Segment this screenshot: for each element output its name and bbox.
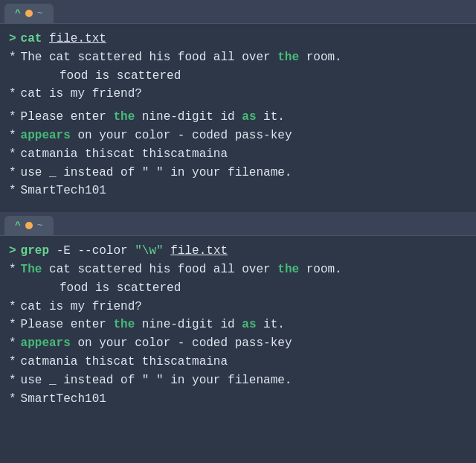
bullet-7: * [9, 182, 16, 200]
prompt-line-2: > grep -E --color "\w" file.txt [9, 242, 467, 261]
bullet-5: * [9, 145, 16, 164]
bullet2-3: * [9, 316, 16, 334]
output2-row-3: * Please enter the nine-digit id as it. [9, 316, 467, 334]
terminal-content-1: > cat file.txt * The cat scattered his f… [0, 24, 476, 203]
terminal-block-1: ^ ~ > cat file.txt * The cat scattered h… [0, 0, 476, 212]
bullet2-7: * [9, 390, 16, 409]
output-text-3: Please enter the nine-digit id as it. [21, 108, 285, 127]
output2-text-7: SmartTech101 [21, 390, 106, 409]
output2-text-4: appears on your color - coded pass-key [21, 334, 292, 353]
bullet-1: * [9, 48, 16, 67]
tab-1[interactable]: ^ ~ [4, 4, 54, 23]
output2-row-7: * SmartTech101 [9, 390, 467, 409]
tab-2[interactable]: ^ ~ [4, 216, 54, 235]
cmd-pattern: "\w" [135, 242, 163, 261]
terminal-block-2: ^ ~ > grep -E --color "\w" file.txt * Th… [0, 212, 476, 420]
highlight-the-4: the [277, 263, 299, 276]
cmd-filename-1: file.txt [49, 30, 106, 48]
output2-row-6: * use _ instead of " " in your filename. [9, 371, 467, 390]
output2-row-1: * The cat scattered his food all over th… [9, 261, 467, 279]
highlight-the-1: the [277, 51, 299, 64]
output-row-6: * use _ instead of " " in your filename. [9, 164, 467, 182]
output-row-1: * The cat scattered his food all over th… [9, 48, 467, 67]
output2-row-4: * appears on your color - coded pass-key [9, 334, 467, 353]
tab-circle-icon [25, 10, 33, 17]
output-text-1: The cat scattered his food all over the … [21, 48, 342, 67]
output-row-4: * appears on your color - coded pass-key [9, 127, 467, 145]
output-row-3: * Please enter the nine-digit id as it. [9, 108, 467, 127]
indent-line-2: food is scattered [9, 279, 467, 298]
output-row-2: * cat is my friend? [9, 85, 467, 103]
bullet-3: * [9, 108, 16, 127]
output2-text-2: cat is my friend? [21, 298, 142, 316]
highlight-as-1: as [242, 110, 256, 124]
output2-row-2: * cat is my friend? [9, 298, 467, 316]
output2-row-5: * catmania thiscat thiscatmaina [9, 353, 467, 371]
bullet2-5: * [9, 353, 16, 371]
highlight-appears-1: appears [21, 129, 71, 142]
bullet2-2: * [9, 298, 16, 316]
highlight-the-2: the [113, 110, 135, 124]
tab-caret-icon-2: ^ [15, 220, 21, 231]
output-text-4: appears on your color - coded pass-key [21, 127, 292, 145]
tab-tilde: ~ [37, 7, 43, 19]
prompt-arrow-2: > [9, 242, 16, 261]
tab-circle-icon-2 [25, 222, 33, 229]
output2-text-5: catmania thiscat thiscatmaina [21, 353, 228, 371]
highlight-the-5: the [113, 318, 135, 331]
output-row-5: * catmania thiscat thiscatmaina [9, 145, 467, 164]
bullet-2: * [9, 85, 16, 103]
terminal-content-2: > grep -E --color "\w" file.txt * The ca… [0, 236, 476, 411]
tab-caret-icon: ^ [15, 7, 21, 19]
output2-text-1: The cat scattered his food all over the … [21, 261, 342, 279]
output2-text-3: Please enter the nine-digit id as it. [21, 316, 285, 334]
highlight-as-2: as [242, 318, 256, 331]
bullet-4: * [9, 127, 16, 145]
output-text-7: SmartTech101 [21, 182, 106, 200]
output-text-6: use _ instead of " " in your filename. [21, 164, 292, 182]
prompt-arrow-1: > [9, 30, 16, 48]
output-row-7: * SmartTech101 [9, 182, 467, 200]
bullet-6: * [9, 164, 16, 182]
tab-tilde-2: ~ [37, 220, 43, 231]
prompt-line-1: > cat file.txt [9, 30, 467, 48]
output-text-5: catmania thiscat thiscatmaina [21, 145, 228, 164]
cmd-flags: -E --color [57, 242, 128, 261]
cmd-cat: cat [21, 30, 42, 48]
indent-line-1: food is scattered [9, 67, 467, 86]
tab-bar-1: ^ ~ [0, 0, 476, 24]
output2-text-6: use _ instead of " " in your filename. [21, 371, 292, 390]
bullet2-4: * [9, 334, 16, 353]
cmd-grep: grep [21, 242, 49, 261]
bullet2-6: * [9, 371, 16, 390]
tab-bar-2: ^ ~ [0, 212, 476, 236]
highlight-the-3: The [21, 263, 42, 276]
highlight-appears-2: appears [21, 336, 71, 350]
bullet2-1: * [9, 261, 16, 279]
cmd-filename-2: file.txt [170, 242, 228, 261]
output-text-2: cat is my friend? [21, 85, 142, 103]
